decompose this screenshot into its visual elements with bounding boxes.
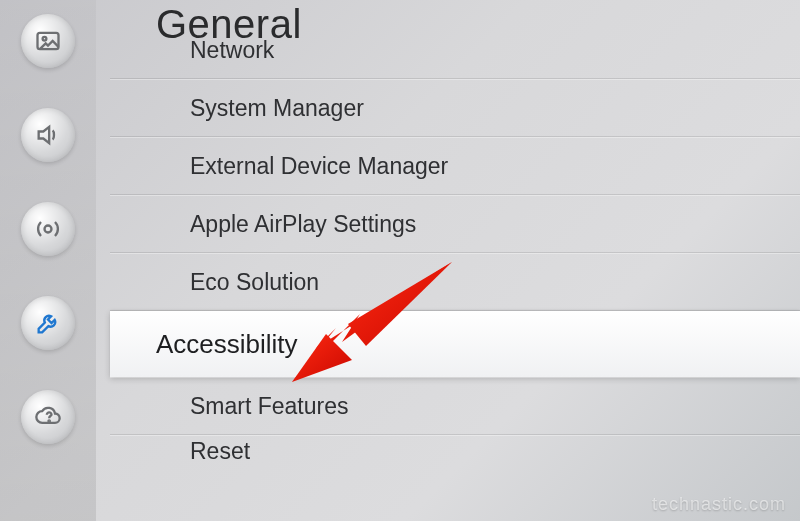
menu-item-accessibility[interactable]: Accessibility [110, 311, 800, 377]
menu-item-label: System Manager [190, 95, 364, 122]
menu-item-label: Reset [190, 438, 250, 465]
rail-item-general[interactable] [21, 296, 75, 350]
rail-item-picture[interactable] [21, 14, 75, 68]
menu-item-label: Accessibility [156, 329, 298, 360]
picture-icon [34, 27, 62, 55]
menu-item-network[interactable]: Network [110, 51, 800, 79]
settings-menu: Network System Manager External Device M… [110, 51, 800, 467]
svg-point-2 [45, 226, 52, 233]
svg-point-3 [48, 420, 49, 421]
watermark: technastic.com [652, 494, 786, 515]
rail-item-broadcasting[interactable] [21, 202, 75, 256]
rail-item-support[interactable] [21, 390, 75, 444]
help-cloud-icon [34, 403, 62, 431]
antenna-icon [34, 215, 62, 243]
menu-item-smart-features[interactable]: Smart Features [110, 377, 800, 435]
speaker-icon [34, 121, 62, 149]
settings-main: General Network System Manager External … [110, 0, 800, 521]
settings-category-rail [0, 0, 96, 521]
menu-item-label: Apple AirPlay Settings [190, 211, 416, 238]
menu-item-airplay[interactable]: Apple AirPlay Settings [110, 195, 800, 253]
menu-item-external-device-manager[interactable]: External Device Manager [110, 137, 800, 195]
rail-item-sound[interactable] [21, 108, 75, 162]
menu-item-label: Smart Features [190, 393, 349, 420]
menu-item-label: Network [190, 37, 274, 64]
menu-item-eco[interactable]: Eco Solution [110, 253, 800, 311]
wrench-icon [34, 309, 62, 337]
menu-item-system-manager[interactable]: System Manager [110, 79, 800, 137]
svg-point-1 [43, 37, 47, 41]
menu-item-label: External Device Manager [190, 153, 448, 180]
menu-item-reset[interactable]: Reset [110, 435, 800, 467]
menu-item-label: Eco Solution [190, 269, 319, 296]
